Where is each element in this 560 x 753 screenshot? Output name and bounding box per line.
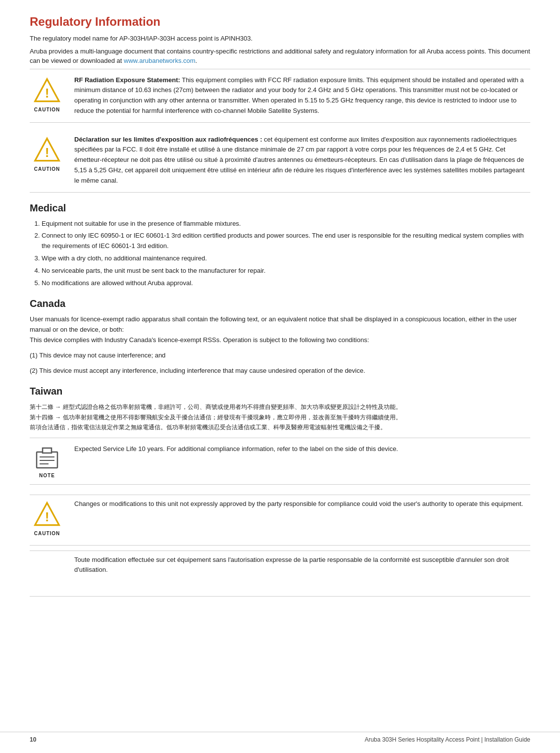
medical-item-2: Connect to only IEC 60950-1 or IEC 60601… [42, 231, 530, 251]
caution-content-1: RF Radiation Exposure Statement: This eq… [74, 75, 530, 116]
note-label: NOTE [39, 473, 55, 478]
footer-page-number: 10 [30, 736, 36, 743]
taiwan-title: Taiwan [30, 386, 530, 397]
canada-para1: User manuals for licence-exempt radio ap… [30, 314, 530, 345]
svg-text:!: ! [45, 145, 50, 160]
caution-bold-1: RF Radiation Exposure Statement: [74, 76, 180, 84]
caution-icon-1: ! CAUTION [30, 75, 64, 112]
page-title: Regulatory Information [30, 15, 530, 29]
caution-bold-2: Déclaration sur les limites d'exposition… [74, 136, 262, 143]
medical-item-5: No modifications are allowed without Aru… [42, 278, 530, 289]
caution-label-1: CAUTION [34, 107, 60, 112]
canada-para2: (1) This device may not cause interferen… [30, 351, 530, 361]
caution-block-4: ! CAUTION Toute modification effectuée s… [30, 551, 530, 597]
caution-content-4: Toute modification effectuée sur cet équ… [74, 555, 530, 576]
caution-content-3: Changes or modifications to this unit no… [74, 499, 530, 509]
note-block: NOTE Expected Service Life 10 years. For… [30, 438, 530, 485]
caution-label-3: CAUTION [34, 531, 60, 536]
medical-item-4: No serviceable parts, the unit must be s… [42, 266, 530, 276]
caution-block-2: ! CAUTION Déclaration sur les limites d'… [30, 129, 530, 193]
note-icon: NOTE [30, 444, 64, 478]
footer: 10 Aruba 303H Series Hospitality Access … [0, 732, 560, 743]
intro-line1: The regulatory model name for AP-303H/IA… [30, 34, 530, 44]
arubanetworks-link[interactable]: www.arubanetworks.com [124, 57, 196, 64]
footer-product-info: Aruba 303H Series Hospitality Access Poi… [364, 736, 530, 743]
intro-line2: Aruba provides a multi-language document… [30, 47, 530, 66]
caution-icon-2: ! CAUTION [30, 135, 64, 172]
canada-para3: (2) This device must accept any interfer… [30, 366, 530, 376]
caution-triangle-svg-3: ! [33, 501, 61, 529]
caution-label-2: CAUTION [34, 166, 60, 172]
divider-3 [30, 545, 530, 546]
caution-block-3: ! CAUTION Changes or modifications to th… [30, 495, 530, 540]
caution-content-2: Déclaration sur les limites d'exposition… [74, 135, 530, 186]
svg-rect-5 [43, 448, 51, 453]
caution-block-1: ! CAUTION RF Radiation Exposure Statemen… [30, 69, 530, 123]
medical-title: Medical [30, 202, 530, 214]
medical-item-1: Equipment not suitable for use in the pr… [42, 219, 530, 229]
medical-item-3: Wipe with a dry cloth, no additional mai… [42, 253, 530, 264]
note-svg-icon [34, 446, 60, 471]
canada-title: Canada [30, 298, 530, 309]
svg-text:!: ! [45, 86, 50, 100]
medical-list: Equipment not suitable for use in the pr… [30, 219, 530, 289]
caution-triangle-svg-2: ! [33, 137, 61, 164]
svg-text:!: ! [45, 509, 50, 524]
note-content: Expected Service Life 10 years. For addi… [74, 444, 530, 454]
caution-triangle-svg-1: ! [33, 77, 61, 105]
caution-icon-3: ! CAUTION [30, 499, 64, 536]
taiwan-para1: 第十二條 → 經型式認證合格之低功率射頻電機，非經許可，公司、商號或使用者均不得… [30, 402, 530, 432]
